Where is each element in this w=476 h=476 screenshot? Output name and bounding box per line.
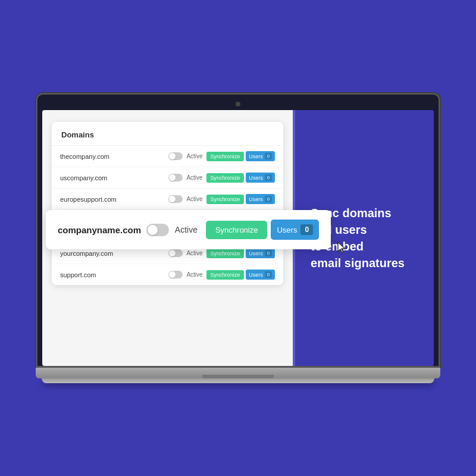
users-count-3: 0 — [265, 196, 272, 202]
sync-button-5[interactable]: Synchronize — [206, 249, 245, 258]
toggle-6[interactable] — [168, 271, 183, 278]
domain-name-6: support.com — [60, 271, 168, 278]
active-label-3: Active — [186, 196, 202, 202]
sync-button-3[interactable]: Synchronize — [206, 195, 245, 204]
users-label-5: Users — [249, 250, 263, 256]
active-label-4: Active — [175, 225, 198, 234]
users-label-4: Users — [277, 226, 297, 234]
domains-panel: Domains thecompany.com Active Synchroniz… — [52, 122, 283, 285]
users-label-3: Users — [249, 196, 263, 202]
laptop-camera — [236, 102, 240, 107]
featured-row: companyname.com Active Synchronize Users… — [46, 210, 331, 249]
users-count-2: 0 — [265, 174, 272, 181]
active-label-1: Active — [186, 153, 202, 159]
sync-button-2[interactable]: Synchronize — [206, 173, 245, 183]
sync-button-4[interactable]: Synchronize — [206, 221, 268, 239]
users-label-2: Users — [249, 175, 263, 181]
table-row: thecompany.com Active Synchronize Users … — [52, 146, 283, 167]
table-row: uscompany.com Active Synchronize Users 0 — [52, 167, 283, 189]
laptop-screen: Domains thecompany.com Active Synchroniz… — [42, 110, 434, 366]
laptop: Domains thecompany.com Active Synchroniz… — [36, 93, 440, 383]
active-label-2: Active — [186, 174, 202, 181]
users-button-6[interactable]: Users 0 — [246, 270, 275, 280]
featured-row-wrapper: companyname.com Active Synchronize Users… — [52, 210, 283, 243]
domain-name-4: companyname.com — [58, 225, 146, 235]
users-count-5: 0 — [265, 250, 272, 256]
laptop-foot — [42, 378, 434, 383]
toggle-2[interactable] — [168, 174, 183, 181]
users-count-6: 0 — [265, 271, 272, 278]
cursor-icon — [337, 241, 349, 255]
active-label-5: Active — [186, 250, 202, 256]
users-button-2[interactable]: Users 0 — [246, 173, 275, 183]
sync-button-1[interactable]: Synchronize — [206, 152, 245, 161]
sync-button-6[interactable]: Synchronize — [206, 270, 245, 280]
screen-left: Domains thecompany.com Active Synchroniz… — [42, 110, 293, 366]
users-button-4[interactable]: Users 0 — [271, 220, 319, 240]
domains-title: Domains — [61, 130, 94, 139]
table-row: europesupport.com Active Synchronize Use… — [52, 189, 283, 210]
domain-name-1: thecompany.com — [60, 153, 168, 160]
domain-name-2: uscompany.com — [60, 174, 168, 181]
users-count-4: 0 — [300, 224, 313, 235]
scene: Domains thecompany.com Active Synchroniz… — [18, 30, 458, 446]
toggle-3[interactable] — [168, 195, 183, 203]
users-label-6: Users — [249, 272, 263, 278]
users-label-1: Users — [249, 154, 263, 159]
users-button-5[interactable]: Users 0 — [246, 248, 275, 258]
users-button-1[interactable]: Users 0 — [246, 151, 275, 161]
active-label-6: Active — [186, 271, 202, 278]
toggle-4[interactable] — [146, 224, 169, 236]
toggle-1[interactable] — [168, 152, 183, 160]
table-row: support.com Active Synchronize Users 0 — [52, 264, 283, 285]
domains-header: Domains — [52, 122, 283, 146]
users-button-3[interactable]: Users 0 — [246, 194, 275, 204]
tagline-line4: email signatures — [311, 256, 405, 270]
toggle-5[interactable] — [168, 249, 183, 257]
laptop-screen-wrapper: Domains thecompany.com Active Synchroniz… — [36, 93, 440, 368]
domain-name-5: yourcompany.com — [60, 250, 168, 257]
laptop-base — [36, 368, 440, 378]
domain-name-3: europesupport.com — [60, 196, 168, 203]
users-count-1: 0 — [265, 153, 272, 159]
